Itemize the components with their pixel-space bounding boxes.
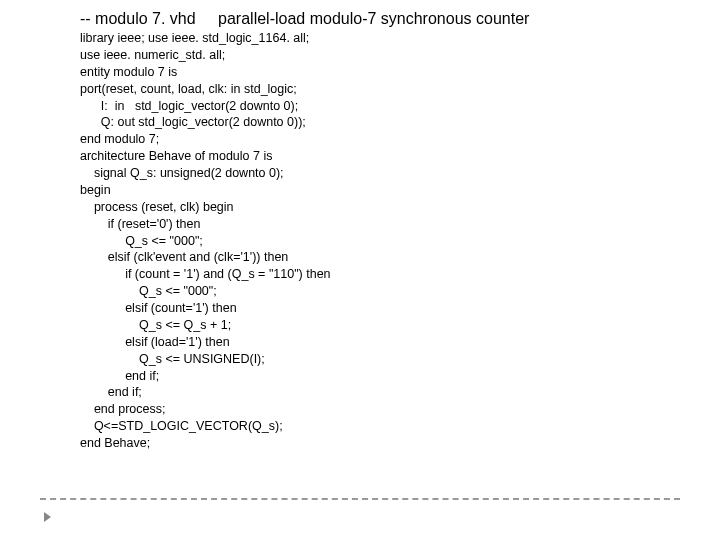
code-line: end modulo 7; (80, 132, 159, 146)
code-line: process (reset, clk) begin (80, 200, 234, 214)
code-line: begin (80, 183, 111, 197)
code-line: elsif (load='1') then (80, 335, 230, 349)
code-line: port(reset, count, load, clk: in std_log… (80, 82, 297, 96)
arrow-right-icon (44, 512, 51, 522)
code-description: parallel-load modulo-7 synchronous count… (218, 10, 529, 27)
code-line: I: in std_logic_vector(2 downto 0); (80, 99, 298, 113)
code-line: library ieee; use ieee. std_logic_1164. … (80, 31, 309, 45)
code-line: if (count = '1') and (Q_s = "110") then (80, 267, 331, 281)
code-line: architecture Behave of modulo 7 is (80, 149, 272, 163)
slide-content: -- modulo 7. vhd parallel-load modulo-7 … (0, 0, 720, 452)
section-divider (40, 498, 680, 500)
code-line: Q: out std_logic_vector(2 downto 0)); (80, 115, 306, 129)
code-listing: library ieee; use ieee. std_logic_1164. … (80, 30, 680, 452)
code-line: Q_s <= "000"; (80, 284, 217, 298)
title-line: -- modulo 7. vhd parallel-load modulo-7 … (80, 10, 680, 28)
code-filename: -- modulo 7. vhd (80, 10, 196, 27)
code-line: Q<=STD_LOGIC_VECTOR(Q_s); (80, 419, 283, 433)
code-line: signal Q_s: unsigned(2 downto 0); (80, 166, 284, 180)
code-line: if (reset='0') then (80, 217, 200, 231)
code-line: end if; (80, 369, 159, 383)
code-line: end Behave; (80, 436, 150, 450)
code-line: Q_s <= Q_s + 1; (80, 318, 231, 332)
code-line: Q_s <= UNSIGNED(I); (80, 352, 265, 366)
code-line: end if; (80, 385, 142, 399)
code-line: elsif (count='1') then (80, 301, 237, 315)
code-line: end process; (80, 402, 165, 416)
code-line: entity modulo 7 is (80, 65, 177, 79)
code-line: Q_s <= "000"; (80, 234, 203, 248)
code-line: elsif (clk'event and (clk='1')) then (80, 250, 288, 264)
code-line: use ieee. numeric_std. all; (80, 48, 225, 62)
